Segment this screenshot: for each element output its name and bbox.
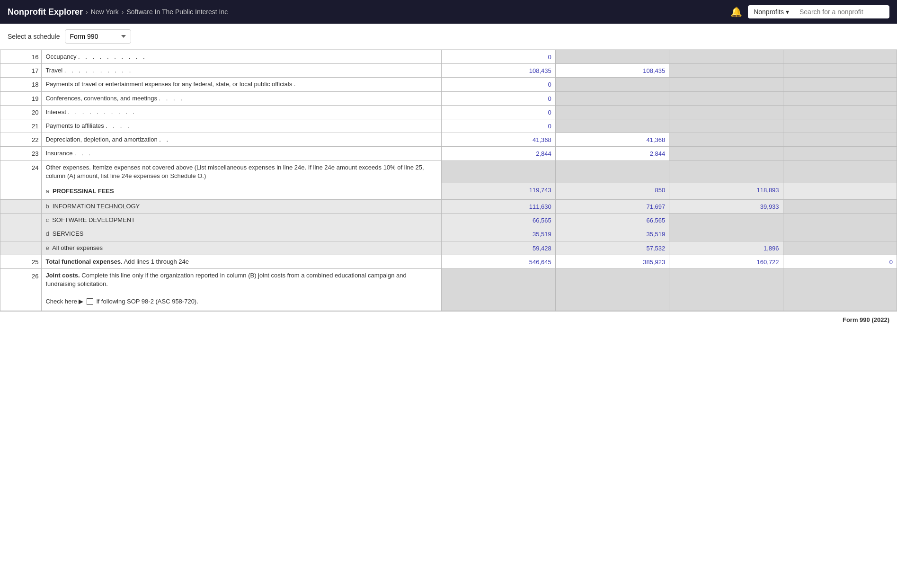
table-row: 23 Insurance . . . 2,844 2,844 [0, 147, 897, 160]
schedule-select[interactable]: Form 990 [65, 29, 131, 44]
sep1: › [86, 8, 88, 16]
breadcrumb-state[interactable]: New York [91, 8, 119, 16]
row-24e-sub [0, 241, 42, 255]
row-17-colb: 108,435 [555, 64, 669, 78]
row-24e-colb: 57,532 [555, 241, 669, 255]
row-16-desc: Occupancy . . . . . . . . . . [42, 50, 442, 64]
row-24a-colb: 850 [555, 183, 669, 199]
row-24d-cola: 35,519 [442, 227, 555, 241]
row-18-desc: Payments of travel or entertainment expe… [42, 78, 442, 91]
row-22-line: 22 [0, 133, 42, 147]
row-24-colb [555, 160, 669, 183]
row-26-colb [555, 269, 669, 311]
row-16-colb [555, 50, 669, 64]
row-24c-cold [783, 214, 897, 227]
row-22-colc [669, 133, 783, 147]
schedule-bar: Select a schedule Form 990 [0, 24, 897, 50]
row-19-desc: Conferences, conventions, and meetings .… [42, 91, 442, 105]
row-18-cola: 0 [442, 78, 555, 91]
row-26-cold [783, 269, 897, 311]
row-24d-sub [0, 227, 42, 241]
row-24d-cold [783, 227, 897, 241]
row-24d-desc: d SERVICES [42, 227, 442, 241]
row-25-colc: 160,722 [669, 255, 783, 268]
row-19-colc [669, 91, 783, 105]
row-25-colb: 385,923 [555, 255, 669, 268]
row-24b-cold [783, 200, 897, 214]
table-row: 21 Payments to affiliates . . . . 0 [0, 119, 897, 133]
row-24e-cola: 59,428 [442, 241, 555, 255]
row-24e-colc: 1,896 [669, 241, 783, 255]
table-row-joint-costs: 26 Joint costs. Complete this line only … [0, 269, 897, 311]
row-21-cold [783, 119, 897, 133]
row-20-cola: 0 [442, 105, 555, 119]
expenses-table: 16 Occupancy . . . . . . . . . . 0 17 Tr… [0, 50, 897, 311]
row-23-colb: 2,844 [555, 147, 669, 160]
row-24-cold [783, 160, 897, 183]
row-18-colc [669, 78, 783, 91]
notifications-icon[interactable]: 🔔 [730, 6, 742, 18]
row-24a-cold [783, 183, 897, 199]
row-16-colc [669, 50, 783, 64]
joint-costs-checkbox[interactable] [87, 298, 93, 305]
row-24b-sub [0, 200, 42, 214]
row-24c-desc: c SOFTWARE DEVELOPMENT [42, 214, 442, 227]
row-24-line: 24 [0, 160, 42, 183]
row-23-line: 23 [0, 147, 42, 160]
row-25-cold: 0 [783, 255, 897, 268]
row-18-line: 18 [0, 78, 42, 91]
row-22-cola: 41,368 [442, 133, 555, 147]
row-24-cola [442, 160, 555, 183]
row-24c-colb: 66,565 [555, 214, 669, 227]
row-24-desc: Other expenses. Itemize expenses not cov… [42, 160, 442, 183]
row-17-cold [783, 64, 897, 78]
row-21-desc: Payments to affiliates . . . . [42, 119, 442, 133]
row-24b-cola: 111,630 [442, 200, 555, 214]
table-row-total: 25 Total functional expenses. Add lines … [0, 255, 897, 268]
row-24a-desc: a PROFESSINAL FEES [42, 183, 442, 199]
row-17-colc [669, 64, 783, 78]
row-17-line: 17 [0, 64, 42, 78]
row-24b-desc: b INFORMATION TECHNOLOGY [42, 200, 442, 214]
row-16-cola: 0 [442, 50, 555, 64]
footer-text: Form 990 (2022) [843, 316, 889, 323]
table-row: 19 Conferences, conventions, and meeting… [0, 91, 897, 105]
row-19-cold [783, 91, 897, 105]
row-17-cola: 108,435 [442, 64, 555, 78]
nonprofits-button[interactable]: Nonprofits ▾ [748, 5, 795, 18]
row-24b-colb: 71,697 [555, 200, 669, 214]
row-19-colb [555, 91, 669, 105]
row-24c-sub [0, 214, 42, 227]
row-24-colc [669, 160, 783, 183]
row-21-line: 21 [0, 119, 42, 133]
row-19-cola: 0 [442, 91, 555, 105]
row-20-cold [783, 105, 897, 119]
row-26-colc [669, 269, 783, 311]
row-24d-colc [669, 227, 783, 241]
row-24c-cola: 66,565 [442, 214, 555, 227]
row-24b-colc: 39,933 [669, 200, 783, 214]
table-row: 20 Interest . . . . . . . . . . 0 [0, 105, 897, 119]
table-row: c SOFTWARE DEVELOPMENT 66,565 66,565 [0, 214, 897, 227]
row-21-colc [669, 119, 783, 133]
row-22-cold [783, 133, 897, 147]
row-23-colc [669, 147, 783, 160]
expenses-table-container: 16 Occupancy . . . . . . . . . . 0 17 Tr… [0, 50, 897, 311]
row-20-desc: Interest . . . . . . . . . . [42, 105, 442, 119]
row-24d-colb: 35,519 [555, 227, 669, 241]
search-input[interactable] [795, 5, 889, 18]
row-23-cold [783, 147, 897, 160]
row-22-colb: 41,368 [555, 133, 669, 147]
row-26-cola [442, 269, 555, 311]
row-23-desc: Insurance . . . [42, 147, 442, 160]
row-21-cola: 0 [442, 119, 555, 133]
row-19-line: 19 [0, 91, 42, 105]
row-16-line: 16 [0, 50, 42, 64]
table-row: 18 Payments of travel or entertainment e… [0, 78, 897, 91]
row-20-colb [555, 105, 669, 119]
table-row: d SERVICES 35,519 35,519 [0, 227, 897, 241]
table-row: e All other expenses 59,428 57,532 1,896 [0, 241, 897, 255]
table-row: 24 Other expenses. Itemize expenses not … [0, 160, 897, 183]
row-22-desc: Depreciation, depletion, and amortizatio… [42, 133, 442, 147]
row-20-line: 20 [0, 105, 42, 119]
